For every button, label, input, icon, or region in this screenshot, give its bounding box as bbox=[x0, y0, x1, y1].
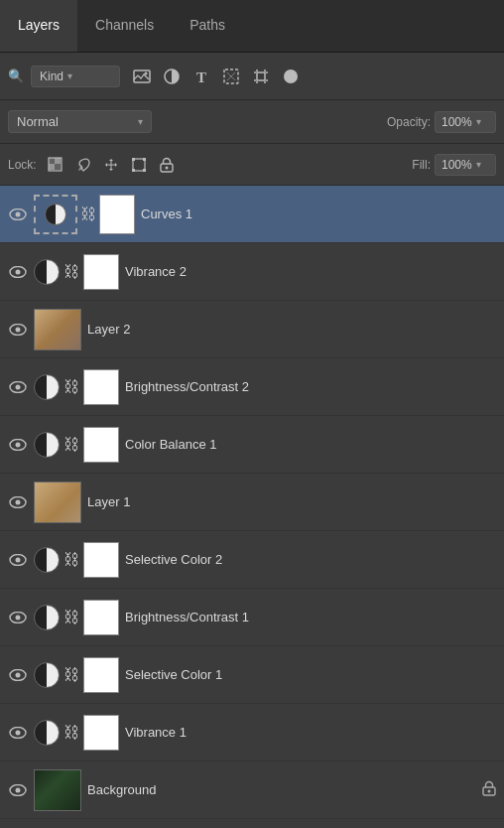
layer-thumbnail bbox=[34, 482, 81, 523]
tab-bar: Layers Channels Paths bbox=[0, 0, 504, 53]
visibility-icon[interactable] bbox=[8, 608, 28, 627]
layer-name: Brightness/Contrast 2 bbox=[125, 379, 496, 394]
chain-link-icon: ⛓ bbox=[80, 206, 96, 223]
layer-name: Selective Color 1 bbox=[125, 667, 496, 682]
chevron-down-icon: ▾ bbox=[67, 70, 72, 81]
layer-row[interactable]: ⛓ Selective Color 1 bbox=[0, 646, 504, 704]
svg-rect-16 bbox=[55, 158, 61, 164]
visibility-icon[interactable] bbox=[8, 723, 28, 743]
chain-link-icon: ⛓ bbox=[63, 666, 79, 684]
filter-row: 🔍 Kind ▾ T bbox=[0, 53, 504, 100]
visibility-icon[interactable] bbox=[8, 665, 28, 685]
opacity-label: Opacity: bbox=[387, 115, 431, 129]
visibility-icon[interactable] bbox=[8, 377, 28, 397]
layer-thumbnail bbox=[34, 309, 81, 350]
visibility-icon[interactable] bbox=[8, 205, 28, 224]
layer-name: Vibrance 2 bbox=[125, 264, 496, 279]
svg-text:T: T bbox=[196, 69, 206, 84]
lock-icons bbox=[45, 154, 178, 176]
layer-thumbnail bbox=[34, 769, 81, 811]
svg-rect-22 bbox=[143, 158, 146, 161]
layer-name: Layer 2 bbox=[87, 322, 496, 337]
svg-point-36 bbox=[16, 442, 21, 447]
layers-list: ⛓ Curves 1 ⛓ Vibrance 2 bbox=[0, 186, 504, 819]
background-lock-icon bbox=[482, 780, 496, 799]
opacity-chevron-icon: ▾ bbox=[476, 116, 481, 127]
layer-row[interactable]: Layer 2 bbox=[0, 301, 504, 358]
chain-link-icon: ⛓ bbox=[63, 551, 79, 569]
image-filter-icon[interactable] bbox=[131, 66, 153, 87]
layer-row[interactable]: ⛓ Vibrance 2 bbox=[0, 243, 504, 301]
opacity-group: Opacity: 100% ▾ bbox=[387, 111, 496, 133]
layer-name: Vibrance 1 bbox=[125, 725, 496, 740]
tab-layers[interactable]: Layers bbox=[0, 0, 77, 52]
layer-row[interactable]: ⛓ Brightness/Contrast 2 bbox=[0, 358, 504, 416]
lock-transparent-icon[interactable] bbox=[45, 154, 66, 176]
kind-filter-select[interactable]: Kind ▾ bbox=[31, 66, 120, 87]
search-icon: 🔍 bbox=[8, 69, 24, 83]
svg-point-30 bbox=[16, 269, 21, 274]
tab-paths[interactable]: Paths bbox=[172, 0, 243, 52]
layer-name: Background bbox=[87, 782, 476, 797]
svg-point-26 bbox=[165, 166, 168, 169]
visibility-icon[interactable] bbox=[8, 780, 28, 800]
layer-name: Selective Color 2 bbox=[125, 552, 496, 567]
layer-row[interactable]: ⛓ Brightness/Contrast 1 bbox=[0, 589, 504, 646]
svg-rect-23 bbox=[132, 169, 135, 172]
filter-icons: T bbox=[131, 66, 302, 87]
svg-point-42 bbox=[16, 615, 21, 620]
adjustment-filter-icon[interactable] bbox=[161, 66, 183, 87]
layer-name: Color Balance 1 bbox=[125, 437, 496, 452]
fill-label: Fill: bbox=[412, 158, 431, 172]
layer-name: Curves 1 bbox=[141, 207, 496, 221]
svg-point-46 bbox=[16, 730, 21, 735]
lock-artboard-icon[interactable] bbox=[128, 154, 150, 176]
svg-rect-5 bbox=[257, 72, 265, 80]
lock-row: Lock: bbox=[0, 144, 504, 186]
svg-point-50 bbox=[488, 790, 491, 793]
visibility-icon[interactable] bbox=[8, 435, 28, 455]
blend-mode-select[interactable]: Normal ▾ bbox=[8, 110, 152, 133]
chain-link-icon: ⛓ bbox=[63, 378, 79, 396]
svg-point-1 bbox=[145, 71, 148, 74]
visibility-icon[interactable] bbox=[8, 320, 28, 340]
svg-rect-17 bbox=[49, 164, 55, 170]
fill-group: Fill: 100% ▾ bbox=[412, 154, 496, 176]
svg-rect-18 bbox=[55, 164, 61, 170]
svg-point-40 bbox=[16, 557, 21, 562]
shape-filter-icon[interactable] bbox=[220, 66, 242, 87]
layer-row[interactable]: ⛓ Vibrance 1 bbox=[0, 704, 504, 761]
svg-point-48 bbox=[16, 787, 21, 792]
blend-chevron-icon: ▾ bbox=[138, 116, 143, 127]
svg-rect-24 bbox=[143, 169, 146, 172]
lock-all-icon[interactable] bbox=[156, 154, 178, 176]
layer-row[interactable]: ⛓ Curves 1 bbox=[0, 186, 504, 243]
fill-input[interactable]: 100% ▾ bbox=[435, 154, 496, 176]
tab-channels[interactable]: Channels bbox=[77, 0, 172, 52]
text-filter-icon[interactable]: T bbox=[190, 66, 212, 87]
fill-chevron-icon: ▾ bbox=[476, 159, 481, 170]
visibility-icon[interactable] bbox=[8, 550, 28, 570]
artboard-filter-icon[interactable] bbox=[250, 66, 272, 87]
chain-link-icon: ⛓ bbox=[63, 263, 79, 281]
layer-name: Brightness/Contrast 1 bbox=[125, 610, 496, 624]
svg-point-14 bbox=[284, 69, 298, 83]
layer-row[interactable]: Background bbox=[0, 761, 504, 819]
lock-image-pixels-icon[interactable] bbox=[72, 154, 94, 176]
svg-point-32 bbox=[16, 327, 21, 332]
visibility-icon[interactable] bbox=[8, 492, 28, 512]
lock-position-icon[interactable] bbox=[100, 154, 122, 176]
visibility-icon[interactable] bbox=[8, 262, 28, 282]
layer-row[interactable]: ⛓ Selective Color 2 bbox=[0, 531, 504, 589]
svg-rect-15 bbox=[49, 158, 55, 164]
layer-row[interactable]: ⛓ Color Balance 1 bbox=[0, 416, 504, 474]
svg-rect-21 bbox=[132, 158, 135, 161]
chain-link-icon: ⛓ bbox=[63, 436, 79, 454]
layer-name: Layer 1 bbox=[87, 494, 496, 509]
smart-filter-icon[interactable] bbox=[280, 66, 302, 87]
chain-link-icon: ⛓ bbox=[63, 724, 79, 742]
layer-row[interactable]: Layer 1 bbox=[0, 474, 504, 531]
opacity-input[interactable]: 100% ▾ bbox=[435, 111, 496, 133]
lock-label: Lock: bbox=[8, 158, 37, 172]
svg-point-38 bbox=[16, 499, 21, 504]
